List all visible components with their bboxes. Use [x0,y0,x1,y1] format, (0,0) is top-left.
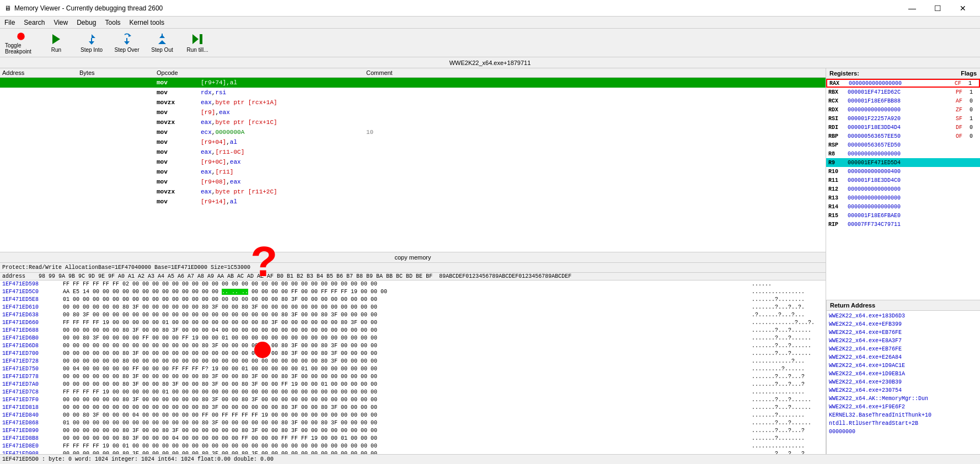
register-rax[interactable]: RAX 0000000000000000 CF 1 [826,79,980,88]
col-comment: Comment [366,69,823,76]
register-r9[interactable]: R9 000001EF471ED5D4 [826,158,980,167]
disasm-row[interactable]: mov [r9+08],eax [0,177,826,187]
run-till-icon [191,33,204,46]
register-rsp[interactable]: RSP 000000563657ED50 [826,141,980,149]
return-item[interactable]: WWE2K22_x64.AK::MemoryMgr::Dun [829,395,978,403]
col-opcode: Opcode [157,69,201,76]
mem-row[interactable]: 1EF471ED818 00 00 00 00 00 00 00 00 00 0… [0,404,826,412]
register-rsi[interactable]: RSI 000001F22257A920 SF 1 [826,114,980,123]
return-item[interactable]: WWE2K22_x64.exe+EFB399 [829,320,978,328]
register-rdx[interactable]: RDX 0000000000000000 ZF 0 [826,105,980,114]
return-item[interactable]: 00000000 [829,428,978,436]
mem-row[interactable]: 1EF471ED5C0 AA E5 14 00 00 00 00 00 00 0… [0,288,826,296]
return-item[interactable]: WWE2K22_x64.exe+E8A3F7 [829,337,978,345]
mem-row[interactable]: 1EF471ED890 00 00 00 00 00 00 80 3F 00 0… [0,427,826,435]
mem-row[interactable]: 1EF471ED598 FF FF FF FF FF FF 02 00 00 0… [0,280,826,288]
mem-row[interactable]: 1EF471ED688 00 00 00 00 00 00 80 3F 00 0… [0,327,826,334]
mem-row[interactable]: 1EF471ED778 00 00 00 00 00 00 80 3F 00 0… [0,373,826,381]
mem-row[interactable]: 1EF471ED610 00 00 00 00 00 00 80 3F 00 0… [0,304,826,311]
menu-view[interactable]: View [49,17,72,28]
register-rbp[interactable]: RBP 000000563657EE50 OF 0 [826,132,980,141]
svg-marker-11 [192,34,199,44]
close-button[interactable]: ✕ [950,0,976,17]
disasm-row[interactable]: mov rdx,rsi [0,88,826,98]
mem-row[interactable]: 1EF471ED660 FF FF FF FF 19 00 00 00 00 0… [0,319,826,327]
register-rip[interactable]: RIP 00007FF734C79711 [826,220,980,229]
register-rdi[interactable]: RDI 000001F18E3DD4D4 DF 0 [826,123,980,132]
disasm-row[interactable]: mov [r9+74],al [0,78,826,88]
register-r8[interactable]: R8 0000000000000000 [826,149,980,158]
return-item[interactable]: WWE2K22_x64.exe+1F9E6F2 [829,403,978,411]
disasm-row[interactable]: mov [r9],eax [0,107,826,117]
return-item[interactable]: WWE2K22_x64.exe+230B39 [829,378,978,386]
register-r14[interactable]: R14 0000000000000000 [826,202,980,211]
register-r12[interactable]: R12 0000000000000000 [826,185,980,193]
mem-row[interactable]: 1EF471ED7F0 00 00 00 00 00 00 80 3F 00 0… [0,396,826,404]
disasm-row[interactable]: movzx eax,byte ptr [rcx+1C] [0,117,826,127]
mem-row[interactable]: 1EF471ED868 01 00 00 00 00 00 00 00 00 0… [0,419,826,427]
register-rbx[interactable]: RBX 000001EF471ED62C PF 1 [826,88,980,96]
mem-row[interactable]: 1EF471ED700 00 00 00 00 00 00 80 3F 00 0… [0,350,826,358]
disasm-row[interactable]: mov [r9+0C],eax [0,157,826,167]
registers-table: RAX 0000000000000000 CF 1 RBX 000001EF47… [826,79,980,300]
return-address-header: Return Address [827,300,980,311]
menu-kernel-tools[interactable]: Kernel tools [125,17,169,28]
mem-row[interactable]: 1EF471ED6D8 00 00 00 00 00 00 00 00 00 0… [0,342,826,350]
return-item[interactable]: WWE2K22_x64.exe+230754 [829,386,978,395]
mem-row[interactable]: 1EF471ED840 00 00 80 3F 00 00 00 04 00 0… [0,412,826,419]
mem-row[interactable]: 1EF471ED908 00 00 00 00 00 00 80 3F 00 0… [0,450,826,455]
toggle-breakpoint-button[interactable]: Toggle Breakpoint [4,31,38,55]
return-item[interactable]: ntdll.RtlUserThreadStart+2B [829,419,978,428]
register-r15[interactable]: R15 000001F18E6FBAE0 [826,211,980,220]
return-item[interactable]: WWE2K22_x64.exe+183D6D3 [829,312,978,320]
register-r13[interactable]: R13 0000000000000000 [826,193,980,202]
return-item[interactable]: KERNEL32.BaseThreadInitThunk+10 [829,411,978,419]
col-address: Address [2,69,79,76]
mem-row[interactable]: 1EF471ED8B8 00 00 00 00 00 00 80 3F 00 0… [0,435,826,443]
mem-row[interactable]: 1EF471ED7A0 00 00 00 00 00 00 80 3F 00 0… [0,381,826,389]
svg-rect-12 [200,34,202,44]
menu-tools[interactable]: Tools [101,17,125,28]
step-over-button[interactable]: Step Over [110,31,143,55]
mem-row[interactable]: 1EF471ED6B0 00 00 80 3F 00 00 00 00 FF 0… [0,334,826,342]
titlebar-left: 🖥 Memory Viewer - Currently debugging th… [4,4,163,12]
run-button[interactable]: Run [40,31,73,55]
return-item[interactable]: WWE2K22_x64.exe+EB76FE [829,328,978,337]
run-till-label: Run till... [187,47,208,53]
disasm-row[interactable]: mov [r9+14],al [0,197,826,207]
disasm-row[interactable]: movzx eax,byte ptr [rcx+1A] [0,98,826,107]
mem-row[interactable]: 1EF471ED5E8 01 00 00 00 00 00 00 00 00 0… [0,296,826,304]
maximize-button[interactable]: ☐ [925,0,950,17]
step-out-button[interactable]: Step Out [146,31,179,55]
mem-row[interactable]: 1EF471ED750 00 04 00 00 00 00 00 FF 00 0… [0,365,826,373]
app-title: Memory Viewer - Currently debugging thre… [14,4,163,12]
return-item[interactable]: WWE2K22_x64.exe+1D9AC1E [829,362,978,370]
register-rcx[interactable]: RCX 000001F18E6FBB88 AF 0 [826,96,980,105]
menu-debug[interactable]: Debug [72,17,100,28]
mem-row[interactable]: 1EF471ED8E0 FF FF FF FF 19 00 01 00 00 0… [0,443,826,450]
disasm-row[interactable]: mov [r9+04],al [0,137,826,147]
mem-row[interactable]: 1EF471ED7C8 FF FF FF FF 19 00 00 00 00 0… [0,389,826,396]
step-out-icon [156,33,169,46]
run-till-button[interactable]: Run till... [181,31,214,55]
disasm-row[interactable]: mov ecx,0000000A 10 [0,127,826,137]
return-item[interactable]: WWE2K22_x64.exe+EB76FE [829,345,978,353]
memory-table: 1EF471ED598 FF FF FF FF FF FF 02 00 00 0… [0,280,826,455]
disasm-row[interactable]: mov eax,[r11-0C] [0,147,826,157]
disasm-row[interactable]: movzx eax,byte ptr [r11+2C] [0,187,826,197]
titlebar-buttons: — ☐ ✕ [899,0,976,17]
mem-info-bar: Protect:Read/Write AllocationBase=1EF470… [0,263,826,273]
menu-search[interactable]: Search [19,17,49,28]
register-r10[interactable]: R10 0000000000000400 [826,167,980,176]
disasm-row[interactable]: mov eax,[r11] [0,167,826,177]
mem-row[interactable]: 1EF471ED638 00 80 3F 00 00 00 00 00 00 0… [0,311,826,319]
step-into-button[interactable]: Step Into [75,31,108,55]
register-r11[interactable]: R11 000001F18E3DD4C0 [826,176,980,185]
return-item[interactable]: WWE2K22_x64.exe+1D9EB1A [829,370,978,378]
mem-row[interactable]: 1EF471ED728 00 00 00 00 00 00 80 00 00 0… [0,358,826,365]
return-item[interactable]: WWE2K22_x64.exe+E26A84 [829,353,978,362]
menu-file[interactable]: File [0,17,19,28]
flags-label: Flags [961,70,977,77]
minimize-button[interactable]: — [899,0,925,17]
step-out-label: Step Out [151,47,173,53]
